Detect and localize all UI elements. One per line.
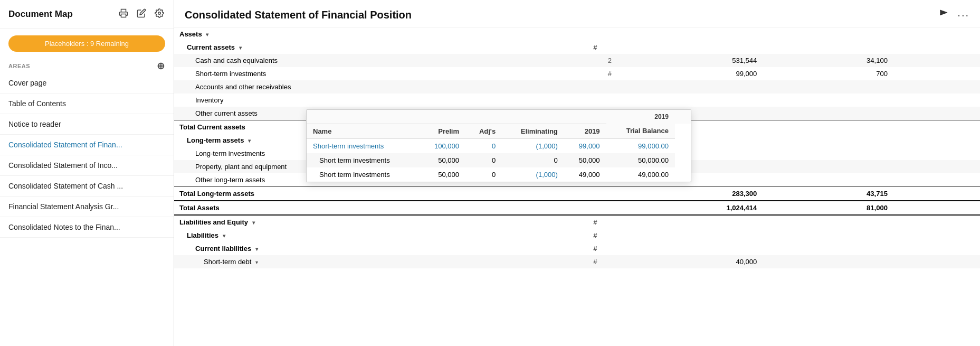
- table-row: Short-term debt ▾ # 40,000: [174, 255, 980, 268]
- add-area-button[interactable]: ⊕: [157, 61, 165, 71]
- sidebar-item-toc[interactable]: Table of Contents: [0, 93, 174, 114]
- row-label: Current liabilities ▾: [174, 242, 588, 255]
- flag-icon[interactable]: [938, 8, 949, 22]
- areas-label: AREAS: [8, 63, 30, 69]
- row-2019: 49,000: [564, 167, 606, 182]
- val1-col: 40,000: [632, 255, 763, 268]
- table-row: Short-term investments # 99,000 700: [174, 67, 980, 80]
- row-trial: 99,000.00: [606, 138, 675, 153]
- note-col: #: [588, 242, 632, 255]
- settings-icon[interactable]: [154, 7, 165, 21]
- chevron-down-icon[interactable]: ▾: [255, 246, 258, 252]
- row-label: Current assets ▾: [174, 41, 588, 54]
- row-label: Assets ▾: [174, 27, 588, 41]
- sidebar-item-consolidated-inc[interactable]: Consolidated Statement of Inco...: [0, 155, 174, 176]
- table-container: Assets ▾ Current assets ▾ # Cash and ca: [174, 27, 980, 346]
- chevron-down-icon[interactable]: ▾: [223, 233, 225, 239]
- col-adjs: Adj's: [465, 124, 502, 138]
- chevron-down-icon[interactable]: ▾: [239, 45, 242, 51]
- more-options-icon[interactable]: ···: [957, 9, 969, 21]
- popup-column-headers: Name Prelim Adj's Eliminating 2019 Trial…: [307, 124, 691, 138]
- note-col: #: [588, 229, 632, 242]
- popup-table: 2019 Name Prelim Adj's Eliminating 2019 …: [307, 110, 691, 182]
- popup-header-row: 2019: [307, 110, 691, 124]
- placeholder-button[interactable]: Placeholders : 9 Remaining: [8, 35, 165, 52]
- table-row: Cash and cash equivalents 2 531,544 34,1…: [174, 54, 980, 67]
- sidebar-item-consolidated-cash[interactable]: Consolidated Statement of Cash ...: [0, 176, 174, 197]
- table-row: Assets ▾: [174, 27, 980, 41]
- val2-col: [762, 27, 893, 41]
- val1-col: 531,544: [632, 54, 763, 67]
- table-row: Liabilities ▾ #: [174, 229, 980, 242]
- chevron-down-icon[interactable]: ▾: [206, 32, 208, 38]
- year-col-header: 2019: [606, 110, 675, 124]
- edit-icon[interactable]: [136, 7, 147, 21]
- svg-rect-0: [121, 14, 126, 17]
- row-2019: 99,000: [564, 138, 606, 153]
- svg-point-1: [158, 12, 161, 15]
- main-content: Consolidated Statement of Financial Posi…: [174, 0, 980, 346]
- areas-header: AREAS ⊕: [0, 58, 174, 73]
- note-col: #: [588, 215, 632, 229]
- note-col: [588, 27, 632, 41]
- row-name: Short term investments: [307, 167, 418, 182]
- header-actions: ···: [938, 8, 969, 22]
- sidebar-item-financial-analysis[interactable]: Financial Statement Analysis Gr...: [0, 197, 174, 217]
- row-adjs: 0: [465, 153, 502, 167]
- row-label: Liabilities and Equity ▾: [174, 215, 588, 229]
- val2-col: 34,100: [762, 54, 893, 67]
- row-label: Short-term investments: [174, 67, 588, 80]
- row-name: Short term investments: [307, 153, 418, 167]
- row-eliminating: (1,000): [502, 167, 564, 182]
- nav-list: Cover page Table of Contents Notice to r…: [0, 73, 174, 238]
- col-2019: 2019: [564, 124, 606, 138]
- table-row: Liabilities and Equity ▾ #: [174, 215, 980, 229]
- note-col: #: [588, 255, 632, 268]
- row-label: Total Assets: [174, 201, 588, 215]
- val2-col: 43,715: [762, 187, 893, 201]
- sidebar: Document Map Placeholders : 9 Remaining …: [0, 0, 174, 346]
- popup-table-row: Short term investments 50,000 0 0 50,000…: [307, 153, 691, 167]
- table-row: Current assets ▾ #: [174, 41, 980, 54]
- col-name: Name: [307, 124, 418, 138]
- table-row: Total Long-term assets 283,300 43,715: [174, 187, 980, 201]
- note-col: 2: [588, 54, 632, 67]
- row-name: Short-term investments: [307, 138, 418, 153]
- chevron-down-icon[interactable]: ▾: [255, 259, 258, 265]
- row-trial: 49,000.00: [606, 167, 675, 182]
- val2-col: 81,000: [762, 201, 893, 215]
- row-label: Cash and cash equivalents: [174, 54, 588, 67]
- chevron-down-icon[interactable]: ▾: [252, 220, 255, 226]
- sidebar-item-consolidated-fin[interactable]: Consolidated Statement of Finan...: [0, 135, 174, 155]
- print-icon[interactable]: [118, 7, 129, 21]
- row-adjs: 0: [465, 167, 502, 182]
- table-row: Total Assets 1,024,414 81,000: [174, 201, 980, 215]
- row-label: Liabilities ▾: [174, 229, 588, 242]
- row-label: Short-term debt ▾: [174, 255, 588, 268]
- main-header: Consolidated Statement of Financial Posi…: [174, 0, 980, 27]
- row-trial: 50,000.00: [606, 153, 675, 167]
- sidebar-item-consolidated-notes[interactable]: Consolidated Notes to the Finan...: [0, 217, 174, 238]
- popup-detail-panel: 2019 Name Prelim Adj's Eliminating 2019 …: [306, 109, 691, 182]
- page-title: Consolidated Statement of Financial Posi…: [185, 9, 412, 21]
- val1-col: 99,000: [632, 67, 763, 80]
- table-row: Accounts and other receivables: [174, 80, 980, 93]
- note-col: #: [588, 67, 632, 80]
- sidebar-item-notice[interactable]: Notice to reader: [0, 114, 174, 135]
- val1-col: 283,300: [632, 187, 763, 201]
- row-label: Accounts and other receivables: [174, 80, 588, 93]
- row-eliminating: 0: [502, 153, 564, 167]
- table-row: Inventory: [174, 93, 980, 107]
- row-prelim: 100,000: [418, 138, 465, 153]
- note-col: [588, 80, 632, 93]
- row-label: Inventory: [174, 93, 588, 107]
- sidebar-item-cover[interactable]: Cover page: [0, 73, 174, 93]
- val1-col: 1,024,414: [632, 201, 763, 215]
- row-eliminating: (1,000): [502, 138, 564, 153]
- chevron-down-icon[interactable]: ▾: [248, 138, 251, 144]
- col-trial: Trial Balance: [606, 124, 675, 138]
- sidebar-header: Document Map: [0, 0, 174, 29]
- col-eliminating: Eliminating: [502, 124, 564, 138]
- row-2019: 50,000: [564, 153, 606, 167]
- val1-col: [632, 27, 763, 41]
